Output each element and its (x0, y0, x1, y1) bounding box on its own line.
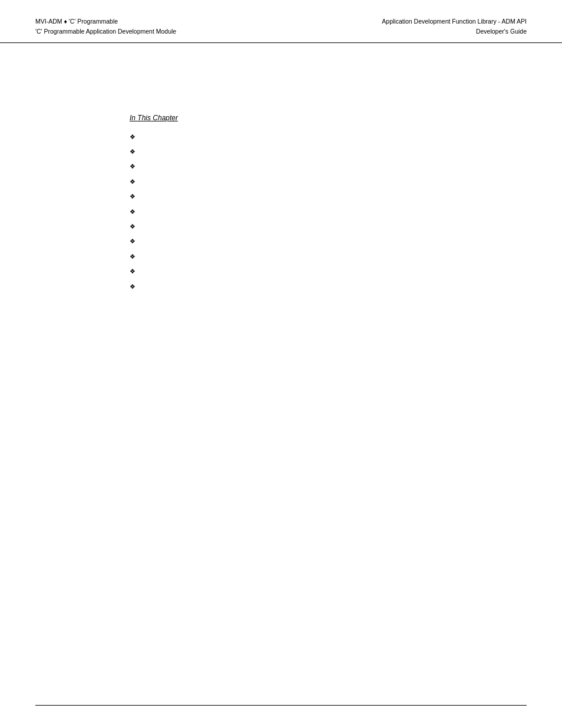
page: MVI-ADM ♦ 'C' Programmable 'C' Programma… (0, 0, 562, 728)
list-item (130, 237, 527, 246)
list-item (130, 147, 527, 156)
list-item (130, 162, 527, 171)
header-left: MVI-ADM ♦ 'C' Programmable 'C' Programma… (35, 17, 176, 37)
list-item (130, 192, 527, 201)
list-item (130, 207, 527, 216)
page-header: MVI-ADM ♦ 'C' Programmable 'C' Programma… (0, 0, 562, 43)
list-item (130, 133, 527, 141)
list-item (130, 177, 527, 186)
section-title: In This Chapter (130, 114, 527, 122)
header-left-line2: 'C' Programmable Application Development… (35, 27, 176, 37)
header-right-line1: Application Development Function Library… (382, 17, 527, 27)
bullet-list (130, 133, 527, 291)
header-right: Application Development Function Library… (382, 17, 527, 37)
list-item (130, 282, 527, 291)
list-item (130, 222, 527, 231)
page-footer (35, 705, 527, 710)
list-item (130, 267, 527, 276)
main-content: In This Chapter (0, 43, 562, 332)
header-right-line2: Developer's Guide (476, 27, 527, 37)
list-item (130, 252, 527, 261)
header-left-line1: MVI-ADM ♦ 'C' Programmable (35, 17, 176, 27)
